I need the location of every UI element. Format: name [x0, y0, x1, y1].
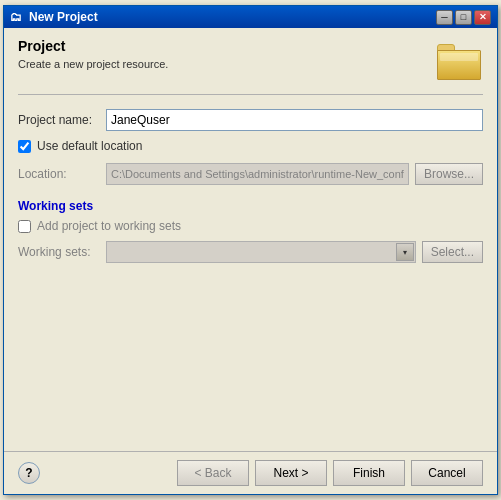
default-location-row: Use default location — [18, 139, 483, 153]
working-sets-title[interactable]: Working sets — [18, 199, 483, 213]
working-sets-label: Working sets: — [18, 245, 106, 259]
cancel-button[interactable]: Cancel — [411, 460, 483, 486]
page-subtitle: Create a new project resource. — [18, 58, 168, 70]
browse-button[interactable]: Browse... — [415, 163, 483, 185]
close-button[interactable]: ✕ — [474, 10, 491, 25]
nav-buttons: < Back Next > Finish Cancel — [177, 460, 483, 486]
dialog-content: Project Create a new project resource. P… — [4, 28, 497, 451]
use-default-location-checkbox[interactable] — [18, 140, 31, 153]
project-name-input[interactable] — [106, 109, 483, 131]
project-name-row: Project name: — [18, 109, 483, 131]
use-default-location-label: Use default location — [37, 139, 142, 153]
back-button[interactable]: < Back — [177, 460, 249, 486]
new-project-window: 🗂 New Project ─ □ ✕ Project Create a new… — [3, 5, 498, 495]
finish-button[interactable]: Finish — [333, 460, 405, 486]
minimize-button[interactable]: ─ — [436, 10, 453, 25]
location-label: Location: — [18, 167, 106, 181]
window-title: New Project — [29, 10, 98, 24]
working-sets-dropdown-wrapper: ▾ — [106, 241, 416, 263]
location-row: Location: Browse... — [18, 163, 483, 185]
working-sets-section: Working sets Add project to working sets… — [18, 199, 483, 263]
folder-icon — [437, 44, 481, 80]
project-name-label: Project name: — [18, 113, 106, 127]
help-button[interactable]: ? — [18, 462, 40, 484]
location-input — [106, 163, 409, 185]
bottom-bar: ? < Back Next > Finish Cancel — [4, 451, 497, 494]
page-title: Project — [18, 38, 168, 54]
add-to-working-sets-checkbox[interactable] — [18, 220, 31, 233]
add-to-working-sets-label: Add project to working sets — [37, 219, 181, 233]
title-bar: 🗂 New Project ─ □ ✕ — [4, 6, 497, 28]
folder-icon-container — [435, 38, 483, 86]
window-icon: 🗂 — [10, 10, 24, 24]
working-sets-select-button[interactable]: Select... — [422, 241, 483, 263]
working-sets-content: Add project to working sets Working sets… — [18, 219, 483, 263]
page-header: Project Create a new project resource. — [18, 38, 483, 95]
add-to-working-sets-row: Add project to working sets — [18, 219, 483, 233]
working-sets-select-row: Working sets: ▾ Select... — [18, 241, 483, 263]
restore-button[interactable]: □ — [455, 10, 472, 25]
window-controls: ─ □ ✕ — [436, 10, 491, 25]
working-sets-input — [106, 241, 416, 263]
next-button[interactable]: Next > — [255, 460, 327, 486]
